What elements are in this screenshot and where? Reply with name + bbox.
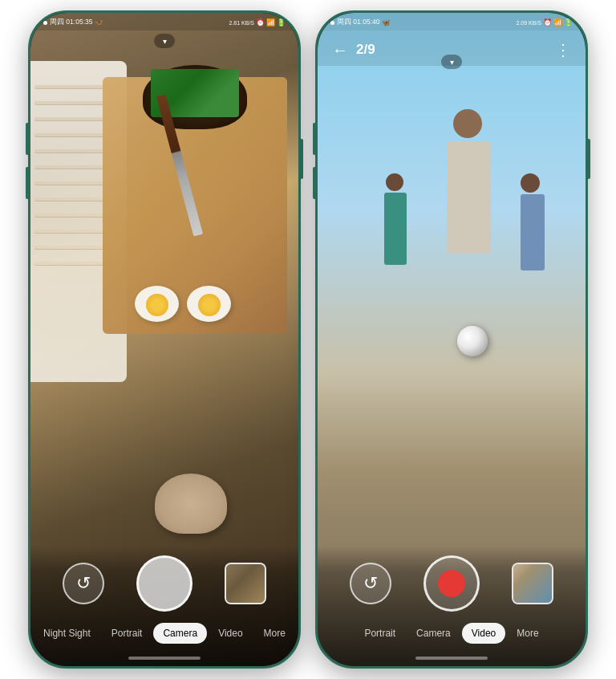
status-time-text-right: 周四 01:05:40 xyxy=(337,18,379,27)
home-indicator-right[interactable] xyxy=(415,657,488,660)
status-butterfly-icon-right: 🦋 xyxy=(382,18,391,26)
status-icons-right: 2.09 KB/S ⏰ 📶 🔋 xyxy=(516,18,573,26)
person-left-head xyxy=(386,173,403,191)
clock-icon-right: ⏰ xyxy=(543,18,552,26)
mode-portrait[interactable]: Portrait xyxy=(102,623,152,644)
status-bar-left: 周四 01:05:35 🦋 2.81 KB/S ⏰ 📶 🔋 xyxy=(30,13,298,30)
noodle-4 xyxy=(34,133,107,136)
record-button[interactable] xyxy=(424,555,480,612)
video-modes-row: Portrait Camera Video More xyxy=(318,623,586,644)
person-left xyxy=(382,173,414,302)
photo-counter: 2/9 xyxy=(356,42,375,58)
noodle-3 xyxy=(34,117,107,120)
mode-more[interactable]: More xyxy=(254,623,295,644)
thumbnail-image xyxy=(226,564,265,603)
mode-night-sight-label: Night Sight xyxy=(43,628,91,639)
mode-portrait-label-right: Portrait xyxy=(364,628,395,639)
status-kb: 2.81 KB/S xyxy=(229,20,254,26)
chevron-down-icon: ▾ xyxy=(163,37,167,46)
chevron-down-button-right[interactable]: ▾ xyxy=(441,55,462,69)
noodle-5 xyxy=(34,149,107,152)
mode-portrait-right[interactable]: Portrait xyxy=(355,623,405,644)
mode-more-label-right: More xyxy=(517,628,538,639)
volume-up-button-right xyxy=(313,123,315,155)
camera-controls-panel: ↺ Night Sight Portrait xyxy=(30,546,298,666)
mode-video-label-right: Video xyxy=(472,628,496,639)
battery-icon: 🔋 xyxy=(277,18,286,26)
phone-frame-right: 周四 01:05:40 🦋 2.09 KB/S ⏰ 📶 🔋 ← 2/9 ⋮ xyxy=(315,10,588,669)
home-indicator-left[interactable] xyxy=(128,657,201,660)
sesame-bowl xyxy=(155,474,227,534)
wifi-icon: 📶 xyxy=(266,18,275,26)
mode-camera-label-right: Camera xyxy=(416,628,451,639)
shutter-button[interactable] xyxy=(136,555,192,612)
noodle-12 xyxy=(34,262,107,265)
status-time-text: 周四 01:05:35 xyxy=(50,18,92,27)
camera-modes-row: Night Sight Portrait Camera Video More xyxy=(30,623,298,644)
status-time-right: 周四 01:05:40 🦋 xyxy=(330,18,391,27)
soccer-ball xyxy=(457,326,488,356)
more-options-button[interactable]: ⋮ xyxy=(552,37,574,63)
flip-camera-icon-right: ↺ xyxy=(363,573,378,594)
noodle-6 xyxy=(34,165,107,169)
video-controls-panel: ↺ Portrait Camer xyxy=(318,546,586,666)
person-main xyxy=(439,109,503,318)
person-main-body xyxy=(447,141,491,254)
wifi-icon-right: 📶 xyxy=(553,18,562,26)
person-right xyxy=(517,173,553,302)
back-button[interactable]: ← xyxy=(329,38,351,63)
chevron-down-button[interactable]: ▾ xyxy=(154,34,175,48)
battery-icon-right: 🔋 xyxy=(564,18,573,26)
power-button-left xyxy=(301,139,303,179)
volume-down-button-right xyxy=(313,167,315,199)
thumbnail-image-right xyxy=(513,564,552,603)
person-left-body xyxy=(384,193,407,265)
noodle-1 xyxy=(34,85,107,88)
noodle-8 xyxy=(34,197,107,201)
clock-icon: ⏰ xyxy=(256,18,265,26)
mode-portrait-label: Portrait xyxy=(111,628,143,639)
chevron-down-icon-right: ▾ xyxy=(450,58,454,67)
flip-camera-button[interactable]: ↺ xyxy=(63,563,104,604)
noodle-11 xyxy=(34,246,107,249)
mode-night-sight[interactable]: Night Sight xyxy=(34,623,100,644)
person-right-body xyxy=(521,194,545,270)
noodle-2 xyxy=(34,101,107,104)
status-time-left: 周四 01:05:35 🦋 xyxy=(43,18,103,27)
noodle-9 xyxy=(34,213,107,217)
mode-camera-label: Camera xyxy=(163,628,197,639)
mode-camera[interactable]: Camera xyxy=(153,623,207,644)
video-controls-row: ↺ xyxy=(318,555,586,612)
phone-screen-right: 周四 01:05:40 🦋 2.09 KB/S ⏰ 📶 🔋 ← 2/9 ⋮ xyxy=(318,13,586,666)
egg-yolk-right xyxy=(198,294,221,316)
egg-yolk-left xyxy=(146,294,168,316)
camera-screen: 周四 01:05:35 🦋 2.81 KB/S ⏰ 📶 🔋 ▾ xyxy=(30,13,298,666)
phone-frame-left: 周四 01:05:35 🦋 2.81 KB/S ⏰ 📶 🔋 ▾ xyxy=(28,10,301,669)
status-icons-left: 2.81 KB/S ⏰ 📶 🔋 xyxy=(229,18,286,26)
video-screen: 周四 01:05:40 🦋 2.09 KB/S ⏰ 📶 🔋 ← 2/9 ⋮ xyxy=(318,13,586,666)
noodle-10 xyxy=(34,230,107,233)
phone-screen-left: 周四 01:05:35 🦋 2.81 KB/S ⏰ 📶 🔋 ▾ xyxy=(30,13,298,666)
flip-camera-button-right[interactable]: ↺ xyxy=(350,563,391,604)
mode-video[interactable]: Video xyxy=(209,623,252,644)
power-button-right xyxy=(588,139,590,179)
status-butterfly-icon: 🦋 xyxy=(95,18,103,26)
camera-controls-row: ↺ xyxy=(30,555,298,612)
mode-camera-right[interactable]: Camera xyxy=(407,623,460,644)
mode-more-label: More xyxy=(264,628,286,639)
volume-down-button-left xyxy=(26,167,28,199)
status-kb-right: 2.09 KB/S xyxy=(516,20,541,26)
person-main-head xyxy=(453,109,482,138)
flip-camera-icon: ↺ xyxy=(76,573,91,594)
status-dot xyxy=(43,21,47,25)
noodle-7 xyxy=(34,181,107,185)
phone-left: 周四 01:05:35 🦋 2.81 KB/S ⏰ 📶 🔋 ▾ xyxy=(28,10,301,669)
thumbnail-button[interactable] xyxy=(225,563,266,604)
mode-video-right[interactable]: Video xyxy=(462,623,505,644)
mode-more-right[interactable]: More xyxy=(507,623,548,644)
record-dot xyxy=(438,570,465,597)
status-dot-right xyxy=(330,21,334,25)
person-right-head xyxy=(521,173,540,193)
status-bar-right: 周四 01:05:40 🦋 2.09 KB/S ⏰ 📶 🔋 xyxy=(318,13,586,30)
thumbnail-button-right[interactable] xyxy=(512,563,553,604)
